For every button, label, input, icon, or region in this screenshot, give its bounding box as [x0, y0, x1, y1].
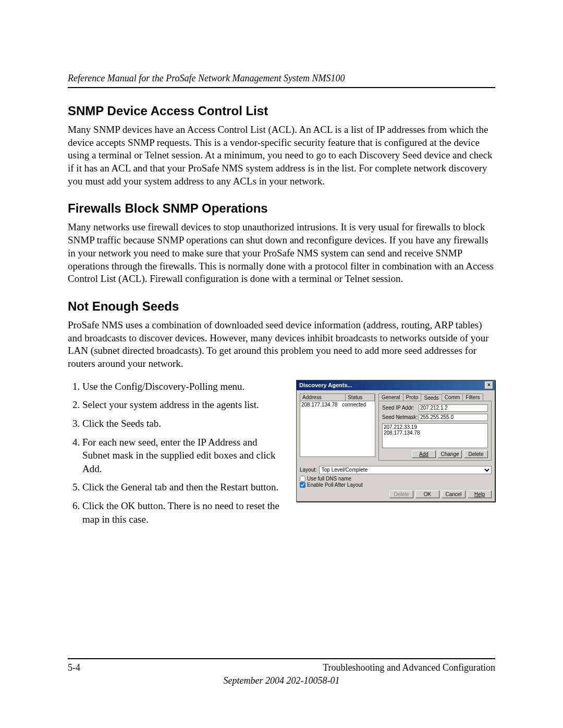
close-icon[interactable]: × [485, 381, 493, 389]
seed-ip-input[interactable] [419, 404, 488, 412]
agents-row[interactable]: 208.177.134.78 connected [301, 402, 374, 408]
tab-proto[interactable]: Proto [403, 393, 422, 401]
agents-col-address[interactable]: Address [300, 394, 346, 401]
running-header: Reference Manual for the ProSafe Network… [68, 73, 495, 84]
agents-col-status[interactable]: Status [346, 394, 375, 401]
help-button[interactable]: Help [468, 490, 492, 498]
tab-body-seeds: Seed IP Addr: Seed Netmask: 207.212.33.1… [378, 401, 492, 461]
enable-poll-after-label: Enable Poll After Layout [307, 482, 363, 488]
section-heading-seeds: Not Enough Seeds [68, 299, 495, 314]
step-2: Select your system address in the agents… [82, 398, 287, 412]
section-body-seeds: ProSafe NMS uses a combination of downlo… [68, 319, 495, 371]
section-body-acl: Many SNMP devices have an Access Control… [68, 124, 495, 188]
chapter-title: Troubleshooting and Advanced Configurati… [323, 662, 495, 673]
step-1: Use the Config/Discovery-Polling menu. [82, 380, 287, 393]
header-rule [68, 87, 495, 88]
tab-comm[interactable]: Comm [442, 393, 463, 401]
section-heading-firewalls: Firewalls Block SNMP Operations [68, 201, 495, 216]
section-body-firewalls: Many networks use firewall devices to st… [68, 221, 495, 285]
use-full-dns-checkbox[interactable] [300, 476, 305, 482]
tabs-pane: General Proto Seeds Comm Filters Seed IP… [378, 393, 492, 461]
page-footer: 5-4 Troubleshooting and Advanced Configu… [68, 658, 495, 686]
add-button[interactable]: Add [412, 450, 436, 458]
agent-status: connected [342, 402, 366, 408]
tab-filters[interactable]: Filters [462, 393, 483, 401]
steps-and-figure: Use the Config/Discovery-Polling menu. S… [68, 380, 495, 532]
delete-seed-button[interactable]: Delete [464, 450, 488, 458]
cancel-button[interactable]: Cancel [442, 490, 466, 498]
tab-seeds[interactable]: Seeds [421, 394, 442, 401]
layout-label: Layout: [300, 467, 317, 473]
step-4: For each new seed, enter the IP Address … [82, 436, 287, 476]
seed-ip-label: Seed IP Addr: [382, 405, 419, 411]
step-6: Click the OK button. There is no need to… [82, 499, 287, 526]
dialog-title: Discovery Agents... [299, 382, 352, 388]
layout-select[interactable]: Top Level/Complete [319, 466, 492, 474]
section-heading-acl: SNMP Device Access Control List [68, 104, 495, 118]
tab-general[interactable]: General [378, 393, 403, 401]
steps-list: Use the Config/Discovery-Polling menu. S… [68, 380, 287, 526]
seed-item-2[interactable]: 208.177.134.78 [384, 430, 486, 436]
agent-address: 208.177.134.78 [301, 402, 342, 408]
enable-poll-after-checkbox[interactable] [300, 482, 305, 488]
page: Reference Manual for the ProSafe Network… [0, 0, 563, 728]
agents-pane: Address Status 208.177.134.78 connected [300, 393, 375, 461]
footer-dateline: September 2004 202-10058-01 [68, 675, 495, 686]
tab-strip: General Proto Seeds Comm Filters [378, 393, 492, 401]
seed-list[interactable]: 207.212.33.19 208.177.134.78 [382, 423, 488, 448]
seed-netmask-label: Seed Netmask: [382, 414, 419, 420]
page-number: 5-4 [68, 662, 80, 673]
footer-rule [68, 658, 495, 659]
ok-button[interactable]: OK [415, 490, 439, 498]
change-button[interactable]: Change [438, 450, 462, 458]
discovery-agents-dialog: Discovery Agents... × Address Status 208… [296, 380, 495, 502]
seed-netmask-input[interactable] [419, 414, 488, 421]
delete-agent-button[interactable]: Delete [389, 490, 413, 498]
seed-item-1[interactable]: 207.212.33.19 [384, 424, 486, 430]
step-5: Click the General tab and then the Resta… [82, 480, 287, 494]
agents-list[interactable]: 208.177.134.78 connected [300, 401, 375, 457]
step-3: Click the Seeds tab. [82, 417, 287, 430]
use-full-dns-label: Use full DNS name [307, 476, 351, 482]
dialog-titlebar: Discovery Agents... × [297, 380, 495, 390]
